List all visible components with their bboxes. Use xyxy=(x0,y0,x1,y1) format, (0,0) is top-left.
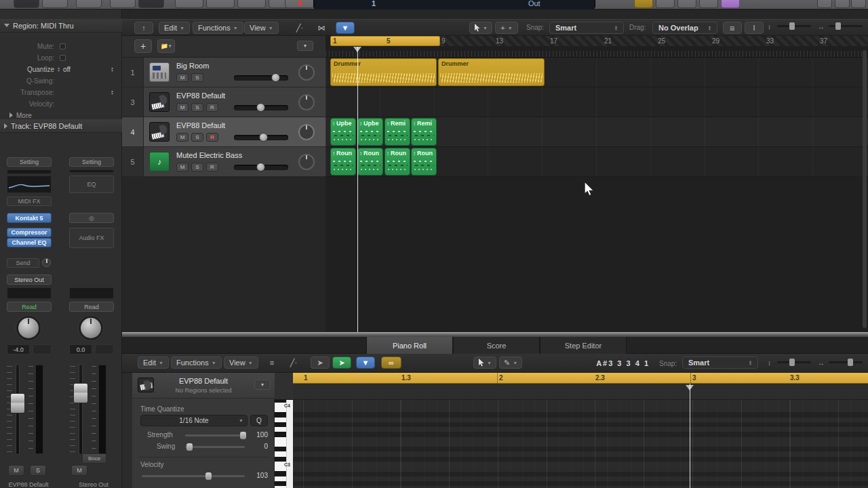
pan-knob[interactable] xyxy=(298,154,315,170)
region-midi-upbeat-2[interactable]: ↕Upbe xyxy=(357,118,383,146)
record-enable-button[interactable]: R xyxy=(206,103,218,112)
midi-filter-icon[interactable]: ▼ xyxy=(356,357,375,369)
region-midi-round-4[interactable]: ↕Roun xyxy=(411,148,437,176)
mute-button[interactable]: M xyxy=(176,103,189,112)
audio-fx-slot-2[interactable]: Channel EQ xyxy=(7,238,52,247)
record-button[interactable] xyxy=(285,0,315,8)
toolbar-button[interactable] xyxy=(110,0,136,8)
region-drummer-1[interactable]: Drummer xyxy=(330,58,437,86)
send-knob[interactable] xyxy=(42,258,51,267)
region-midi-round-1[interactable]: ↕Roun xyxy=(330,148,356,176)
midi-transform-icon[interactable]: ▼ xyxy=(336,22,355,34)
region-midi-upbeat-1[interactable]: ↕Upbe xyxy=(330,118,356,146)
region-midi-round-2[interactable]: ↕Roun xyxy=(357,148,383,176)
link-icon[interactable]: ∞ xyxy=(381,357,401,369)
volume-slider[interactable] xyxy=(234,105,288,110)
view-menu-editor[interactable]: View▼ xyxy=(224,357,258,369)
record-enable-button[interactable]: R xyxy=(206,163,218,171)
volume-slider[interactable] xyxy=(234,135,288,140)
window-splitter[interactable] xyxy=(122,332,868,337)
stepper-icon[interactable]: ▲▼ xyxy=(111,66,114,72)
master-volume-button[interactable] xyxy=(699,0,718,8)
tab-score[interactable]: Score xyxy=(453,337,540,354)
pointer-tool[interactable]: ▼ xyxy=(469,22,492,34)
eq-thumbnail[interactable] xyxy=(7,176,52,193)
quantize-value-dropdown[interactable]: 1/16 Note▼ xyxy=(140,415,248,426)
horizontal-zoom-slider[interactable] xyxy=(829,25,863,27)
audio-fx-slot-output[interactable]: Audio FX xyxy=(69,228,114,248)
track-header-5[interactable]: 5 ♪ Muted Electric Bass M S R xyxy=(122,147,326,177)
solo-button-track[interactable]: S xyxy=(30,465,46,476)
setting-button-output[interactable]: Setting xyxy=(69,157,114,167)
solo-button[interactable]: S xyxy=(191,103,203,112)
flex-icon[interactable]: ⋈ xyxy=(312,22,331,34)
audio-fx-slot-1[interactable]: Compressor xyxy=(7,228,52,237)
automation-icon[interactable]: ╱· xyxy=(285,357,302,369)
track-inspector-header[interactable]: Track: EVP88 Default xyxy=(0,119,122,133)
volume-fader-handle-output[interactable] xyxy=(73,383,88,403)
drag-dropdown[interactable]: No Overlap▲▼ xyxy=(652,22,717,34)
pan-knob-output[interactable] xyxy=(79,316,103,340)
pointer-tool-editor[interactable]: ▼ xyxy=(473,357,496,369)
track-name[interactable]: Muted Electric Bass xyxy=(176,151,242,159)
solo-button[interactable]: S xyxy=(191,163,203,171)
gain-value-track[interactable] xyxy=(33,344,52,354)
browsers-button[interactable] xyxy=(851,0,866,8)
mute-button[interactable]: M xyxy=(176,163,189,171)
bar-ruler[interactable]: 1 5 9 13 17 21 25 29 33 37 xyxy=(326,36,868,58)
pencil-tool-editor[interactable]: ✎▼ xyxy=(499,357,522,369)
waveform-zoom-icon[interactable]: ⧈ xyxy=(723,22,742,34)
vertical-zoom-slider-editor[interactable] xyxy=(777,361,811,363)
solo-button[interactable]: S xyxy=(191,133,203,142)
automation-icon[interactable]: ╱· xyxy=(290,22,309,34)
send-slot[interactable]: Send xyxy=(7,258,39,268)
group-slot[interactable] xyxy=(7,287,52,299)
catch-playhead-icon[interactable]: ➤ xyxy=(332,357,351,369)
track-name[interactable]: Big Room xyxy=(176,62,209,70)
track-name[interactable]: EVP88 Default xyxy=(176,121,225,129)
vertical-scrollbar[interactable] xyxy=(863,50,867,328)
mute-button-track[interactable]: M xyxy=(8,465,24,476)
mute-button[interactable]: M xyxy=(176,73,189,82)
quick-help-button[interactable] xyxy=(76,0,102,8)
midi-in-icon[interactable]: ➤ xyxy=(311,357,330,369)
smart-controls-button[interactable] xyxy=(138,0,164,8)
quantize-apply-button[interactable]: Q xyxy=(250,415,268,426)
track-lanes[interactable]: Drummer Drummer ↕Upbe ↕Upbe ↕Remi ↕Remi xyxy=(326,58,868,177)
pan-knob[interactable] xyxy=(298,64,315,81)
event-list-icon[interactable]: ≡ xyxy=(263,357,281,369)
track-header-3[interactable]: 3 EVP88 Default M S R xyxy=(122,87,326,117)
edit-menu-tracks[interactable]: Edit▼ xyxy=(159,22,190,34)
track-header-1[interactable]: 1 Big Room M S xyxy=(122,58,326,87)
apple-loops-button[interactable] xyxy=(721,0,740,8)
add-track-button[interactable]: + xyxy=(134,39,152,53)
mute-button[interactable]: M xyxy=(176,133,189,142)
pan-knob[interactable] xyxy=(298,94,315,110)
playhead[interactable] xyxy=(357,47,358,332)
quantize-param[interactable]: Quantize ▲▼ off ▲▼ xyxy=(0,64,122,75)
edit-menu-editor[interactable]: Edit▼ xyxy=(138,357,169,369)
region-midi-remix-2[interactable]: ↕Remi xyxy=(411,118,437,146)
volume-slider[interactable] xyxy=(234,75,288,81)
tuner-button[interactable] xyxy=(634,0,653,8)
instrument-slot[interactable]: Kontakt 5 xyxy=(7,213,52,223)
library-button[interactable] xyxy=(14,0,39,8)
region-midi-round-3[interactable]: ↕Roun xyxy=(384,148,410,176)
region-midi-remix-1[interactable]: ↕Remi xyxy=(384,118,410,146)
loop-checkbox[interactable] xyxy=(60,55,66,61)
list-editors-button[interactable] xyxy=(817,0,832,8)
solo-button[interactable]: S xyxy=(191,73,203,82)
horizontal-zoom-slider-editor[interactable] xyxy=(829,361,863,363)
eq-slot-output[interactable]: EQ xyxy=(69,176,114,193)
setting-button-track[interactable]: Setting xyxy=(7,157,52,167)
functions-menu-tracks[interactable]: Functions▼ xyxy=(193,22,243,34)
format-button-output[interactable]: ◎ xyxy=(69,213,114,223)
empty-lane-area[interactable] xyxy=(326,177,868,332)
pan-knob-track[interactable] xyxy=(16,316,41,340)
region-inspector-header[interactable]: Region: MIDI Thru xyxy=(0,19,122,33)
playhead-editor[interactable] xyxy=(690,384,690,488)
volume-fader-handle-track[interactable] xyxy=(10,393,25,413)
swing-slider[interactable] xyxy=(185,446,245,448)
gain-value-output[interactable] xyxy=(95,344,114,354)
tab-piano-roll[interactable]: Piano Roll xyxy=(366,337,453,354)
